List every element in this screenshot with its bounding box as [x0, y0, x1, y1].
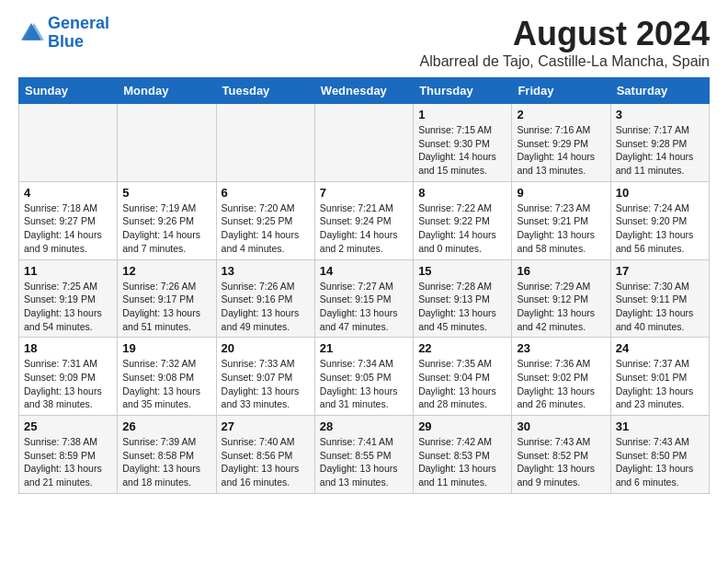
calendar-cell	[118, 104, 216, 182]
day-info: Sunrise: 7:42 AMSunset: 8:53 PMDaylight:…	[418, 435, 506, 489]
day-number: 30	[517, 419, 605, 433]
day-info: Sunrise: 7:20 AMSunset: 9:25 PMDaylight:…	[222, 201, 310, 256]
day-info: Sunrise: 7:18 AMSunset: 9:27 PMDaylight:…	[24, 201, 112, 256]
day-info: Sunrise: 7:15 AMSunset: 9:30 PMDaylight:…	[418, 123, 506, 178]
day-info: Sunrise: 7:21 AMSunset: 9:24 PMDaylight:…	[320, 201, 408, 256]
day-number: 11	[24, 264, 112, 278]
day-number: 23	[517, 341, 605, 355]
day-info: Sunrise: 7:23 AMSunset: 9:21 PMDaylight:…	[517, 201, 605, 256]
day-info: Sunrise: 7:24 AMSunset: 9:20 PMDaylight:…	[616, 201, 704, 256]
day-info: Sunrise: 7:32 AMSunset: 9:08 PMDaylight:…	[122, 357, 210, 411]
day-number: 15	[418, 264, 506, 278]
day-number: 25	[24, 419, 112, 433]
calendar-header: SundayMondayTuesdayWednesdayThursdayFrid…	[19, 78, 710, 104]
calendar-cell: 23Sunrise: 7:36 AMSunset: 9:02 PMDayligh…	[512, 338, 610, 416]
calendar-cell: 29Sunrise: 7:42 AMSunset: 8:53 PMDayligh…	[414, 416, 512, 494]
calendar-cell: 8Sunrise: 7:22 AMSunset: 9:22 PMDaylight…	[414, 181, 512, 259]
week-row-4: 18Sunrise: 7:31 AMSunset: 9:09 PMDayligh…	[19, 338, 710, 416]
calendar-cell: 22Sunrise: 7:35 AMSunset: 9:04 PMDayligh…	[414, 338, 512, 416]
calendar-table: SundayMondayTuesdayWednesdayThursdayFrid…	[18, 77, 710, 494]
calendar-cell: 10Sunrise: 7:24 AMSunset: 9:20 PMDayligh…	[610, 181, 709, 259]
day-number: 13	[222, 264, 310, 278]
calendar-cell: 9Sunrise: 7:23 AMSunset: 9:21 PMDaylight…	[512, 181, 610, 259]
day-number: 24	[616, 341, 704, 355]
day-info: Sunrise: 7:22 AMSunset: 9:22 PMDaylight:…	[418, 201, 506, 256]
day-number: 17	[616, 264, 704, 278]
calendar-cell: 31Sunrise: 7:43 AMSunset: 8:50 PMDayligh…	[610, 416, 709, 494]
calendar-cell: 4Sunrise: 7:18 AMSunset: 9:27 PMDaylight…	[19, 181, 118, 259]
calendar-cell: 7Sunrise: 7:21 AMSunset: 9:24 PMDaylight…	[314, 181, 413, 259]
calendar-cell	[216, 104, 314, 182]
day-number: 1	[418, 108, 506, 121]
header-day-wednesday: Wednesday	[314, 78, 413, 104]
calendar-cell	[19, 104, 118, 182]
logo-line2: Blue	[48, 32, 84, 51]
header-day-saturday: Saturday	[610, 78, 709, 104]
calendar-cell: 21Sunrise: 7:34 AMSunset: 9:05 PMDayligh…	[314, 338, 413, 416]
header-day-sunday: Sunday	[19, 78, 118, 104]
calendar-body: 1Sunrise: 7:15 AMSunset: 9:30 PMDaylight…	[19, 104, 710, 494]
day-number: 10	[616, 186, 704, 200]
day-number: 27	[222, 419, 310, 433]
day-number: 22	[418, 341, 506, 355]
day-number: 12	[122, 264, 210, 278]
day-number: 18	[24, 341, 112, 355]
day-info: Sunrise: 7:19 AMSunset: 9:26 PMDaylight:…	[122, 201, 210, 256]
week-row-2: 4Sunrise: 7:18 AMSunset: 9:27 PMDaylight…	[19, 181, 710, 259]
day-number: 14	[320, 264, 408, 278]
week-row-1: 1Sunrise: 7:15 AMSunset: 9:30 PMDaylight…	[19, 104, 710, 182]
calendar-cell: 30Sunrise: 7:43 AMSunset: 8:52 PMDayligh…	[512, 416, 610, 494]
day-info: Sunrise: 7:17 AMSunset: 9:28 PMDaylight:…	[616, 123, 704, 178]
week-row-3: 11Sunrise: 7:25 AMSunset: 9:19 PMDayligh…	[19, 259, 710, 338]
day-info: Sunrise: 7:30 AMSunset: 9:11 PMDaylight:…	[616, 280, 704, 334]
header-day-thursday: Thursday	[414, 78, 512, 104]
calendar-cell: 12Sunrise: 7:26 AMSunset: 9:17 PMDayligh…	[118, 259, 216, 338]
day-number: 28	[320, 419, 408, 433]
day-info: Sunrise: 7:26 AMSunset: 9:16 PMDaylight:…	[222, 280, 310, 334]
day-info: Sunrise: 7:39 AMSunset: 8:58 PMDaylight:…	[122, 435, 210, 489]
calendar-cell: 1Sunrise: 7:15 AMSunset: 9:30 PMDaylight…	[414, 104, 512, 182]
day-number: 19	[122, 341, 210, 355]
calendar-cell: 18Sunrise: 7:31 AMSunset: 9:09 PMDayligh…	[19, 338, 118, 416]
calendar-cell: 11Sunrise: 7:25 AMSunset: 9:19 PMDayligh…	[19, 259, 118, 338]
day-info: Sunrise: 7:34 AMSunset: 9:05 PMDaylight:…	[320, 357, 408, 411]
day-info: Sunrise: 7:33 AMSunset: 9:07 PMDaylight:…	[222, 357, 310, 411]
title-block: August 2024 Albarreal de Tajo, Castille-…	[420, 15, 710, 70]
day-number: 6	[222, 186, 310, 200]
page-header: General Blue August 2024 Albarreal de Ta…	[18, 15, 710, 70]
calendar-cell: 26Sunrise: 7:39 AMSunset: 8:58 PMDayligh…	[118, 416, 216, 494]
header-day-friday: Friday	[512, 78, 610, 104]
logo-text: General Blue	[48, 15, 109, 52]
logo-line1: General	[48, 14, 109, 32]
day-info: Sunrise: 7:41 AMSunset: 8:55 PMDaylight:…	[320, 435, 408, 489]
calendar-cell: 24Sunrise: 7:37 AMSunset: 9:01 PMDayligh…	[610, 338, 709, 416]
calendar-cell: 28Sunrise: 7:41 AMSunset: 8:55 PMDayligh…	[314, 416, 413, 494]
calendar-cell: 19Sunrise: 7:32 AMSunset: 9:08 PMDayligh…	[118, 338, 216, 416]
calendar-cell: 2Sunrise: 7:16 AMSunset: 9:29 PMDaylight…	[512, 104, 610, 182]
day-info: Sunrise: 7:27 AMSunset: 9:15 PMDaylight:…	[320, 280, 408, 334]
header-day-tuesday: Tuesday	[216, 78, 314, 104]
calendar-cell: 17Sunrise: 7:30 AMSunset: 9:11 PMDayligh…	[610, 259, 709, 338]
logo-icon	[18, 20, 44, 46]
day-info: Sunrise: 7:26 AMSunset: 9:17 PMDaylight:…	[122, 280, 210, 334]
day-info: Sunrise: 7:29 AMSunset: 9:12 PMDaylight:…	[517, 280, 605, 334]
day-number: 16	[517, 264, 605, 278]
calendar-cell: 6Sunrise: 7:20 AMSunset: 9:25 PMDaylight…	[216, 181, 314, 259]
calendar-cell: 25Sunrise: 7:38 AMSunset: 8:59 PMDayligh…	[19, 416, 118, 494]
day-number: 2	[517, 108, 605, 121]
day-info: Sunrise: 7:38 AMSunset: 8:59 PMDaylight:…	[24, 435, 112, 489]
calendar-subtitle: Albarreal de Tajo, Castille-La Mancha, S…	[420, 53, 710, 70]
calendar-cell: 15Sunrise: 7:28 AMSunset: 9:13 PMDayligh…	[414, 259, 512, 338]
day-number: 21	[320, 341, 408, 355]
day-info: Sunrise: 7:31 AMSunset: 9:09 PMDaylight:…	[24, 357, 112, 411]
calendar-cell: 20Sunrise: 7:33 AMSunset: 9:07 PMDayligh…	[216, 338, 314, 416]
day-info: Sunrise: 7:36 AMSunset: 9:02 PMDaylight:…	[517, 357, 605, 411]
calendar-cell	[314, 104, 413, 182]
day-info: Sunrise: 7:28 AMSunset: 9:13 PMDaylight:…	[418, 280, 506, 334]
day-info: Sunrise: 7:40 AMSunset: 8:56 PMDaylight:…	[222, 435, 310, 489]
day-number: 8	[418, 186, 506, 200]
day-number: 7	[320, 186, 408, 200]
day-number: 29	[418, 419, 506, 433]
day-info: Sunrise: 7:43 AMSunset: 8:50 PMDaylight:…	[616, 435, 704, 489]
day-number: 20	[222, 341, 310, 355]
